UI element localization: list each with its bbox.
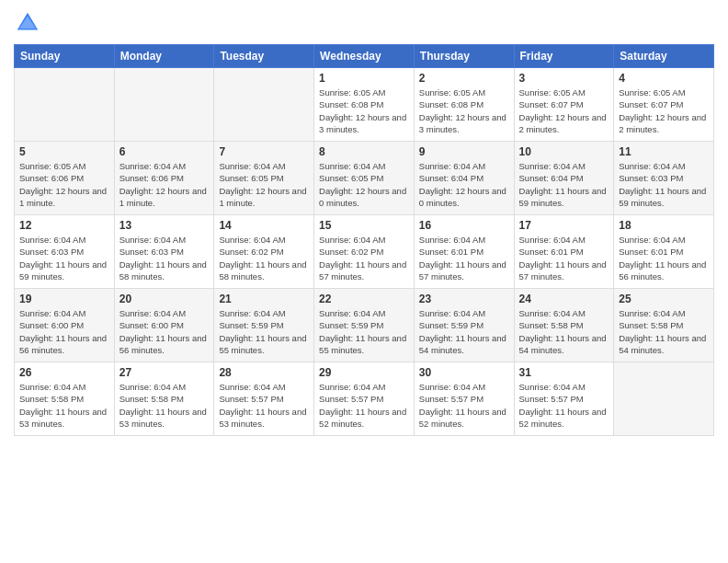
calendar-cell: 26Sunrise: 6:04 AM Sunset: 5:58 PM Dayli… bbox=[15, 362, 115, 436]
calendar-cell: 15Sunrise: 6:04 AM Sunset: 6:02 PM Dayli… bbox=[314, 215, 415, 289]
calendar-cell: 18Sunrise: 6:04 AM Sunset: 6:01 PM Dayli… bbox=[614, 215, 714, 289]
calendar-cell: 2Sunrise: 6:05 AM Sunset: 6:08 PM Daylig… bbox=[414, 68, 514, 142]
calendar-cell: 3Sunrise: 6:05 AM Sunset: 6:07 PM Daylig… bbox=[514, 68, 614, 142]
calendar-week-1: 1Sunrise: 6:05 AM Sunset: 6:08 PM Daylig… bbox=[15, 68, 714, 142]
day-info: Sunrise: 6:04 AM Sunset: 6:04 PM Dayligh… bbox=[519, 160, 609, 209]
weekday-header-monday: Monday bbox=[114, 45, 214, 68]
day-number: 8 bbox=[319, 145, 409, 158]
day-number: 1 bbox=[319, 72, 409, 85]
weekday-header-row: SundayMondayTuesdayWednesdayThursdayFrid… bbox=[15, 45, 714, 68]
logo-icon bbox=[14, 9, 41, 37]
calendar-cell: 29Sunrise: 6:04 AM Sunset: 5:57 PM Dayli… bbox=[314, 362, 415, 436]
day-info: Sunrise: 6:04 AM Sunset: 5:57 PM Dayligh… bbox=[219, 381, 309, 430]
calendar-cell: 23Sunrise: 6:04 AM Sunset: 5:59 PM Dayli… bbox=[414, 289, 514, 362]
calendar-cell bbox=[214, 68, 314, 142]
calendar-table: SundayMondayTuesdayWednesdayThursdayFrid… bbox=[14, 44, 714, 436]
day-info: Sunrise: 6:04 AM Sunset: 6:05 PM Dayligh… bbox=[219, 160, 309, 209]
day-info: Sunrise: 6:04 AM Sunset: 6:00 PM Dayligh… bbox=[19, 307, 109, 356]
day-number: 16 bbox=[419, 219, 509, 232]
calendar-body: 1Sunrise: 6:05 AM Sunset: 6:08 PM Daylig… bbox=[15, 68, 714, 436]
calendar-week-2: 5Sunrise: 6:05 AM Sunset: 6:06 PM Daylig… bbox=[15, 142, 714, 215]
weekday-header-thursday: Thursday bbox=[414, 45, 514, 68]
day-info: Sunrise: 6:04 AM Sunset: 6:01 PM Dayligh… bbox=[419, 234, 509, 282]
calendar-cell bbox=[614, 362, 714, 436]
calendar-cell: 10Sunrise: 6:04 AM Sunset: 6:04 PM Dayli… bbox=[514, 142, 614, 215]
weekday-header-wednesday: Wednesday bbox=[314, 45, 415, 68]
day-number: 9 bbox=[419, 145, 509, 158]
day-number: 17 bbox=[519, 219, 609, 232]
day-number: 11 bbox=[619, 145, 709, 158]
day-number: 19 bbox=[19, 293, 109, 305]
day-info: Sunrise: 6:04 AM Sunset: 5:57 PM Dayligh… bbox=[319, 381, 409, 430]
calendar-cell: 8Sunrise: 6:04 AM Sunset: 6:05 PM Daylig… bbox=[314, 142, 415, 215]
day-number: 7 bbox=[219, 145, 309, 158]
calendar-cell: 9Sunrise: 6:04 AM Sunset: 6:04 PM Daylig… bbox=[414, 142, 514, 215]
calendar-cell: 13Sunrise: 6:04 AM Sunset: 6:03 PM Dayli… bbox=[114, 215, 214, 289]
calendar-week-5: 26Sunrise: 6:04 AM Sunset: 5:58 PM Dayli… bbox=[15, 362, 714, 436]
weekday-header-sunday: Sunday bbox=[15, 45, 115, 68]
day-number: 12 bbox=[19, 219, 109, 232]
calendar-cell: 12Sunrise: 6:04 AM Sunset: 6:03 PM Dayli… bbox=[15, 215, 115, 289]
day-number: 29 bbox=[319, 366, 409, 379]
day-info: Sunrise: 6:04 AM Sunset: 6:06 PM Dayligh… bbox=[119, 160, 210, 209]
day-number: 5 bbox=[19, 145, 109, 158]
day-info: Sunrise: 6:04 AM Sunset: 6:05 PM Dayligh… bbox=[319, 160, 409, 209]
day-number: 28 bbox=[219, 366, 309, 379]
day-number: 21 bbox=[219, 293, 309, 305]
calendar-week-3: 12Sunrise: 6:04 AM Sunset: 6:03 PM Dayli… bbox=[15, 215, 714, 289]
day-number: 25 bbox=[619, 293, 709, 305]
day-number: 27 bbox=[119, 366, 210, 379]
day-number: 10 bbox=[519, 145, 609, 158]
day-number: 4 bbox=[619, 72, 709, 85]
calendar-cell: 30Sunrise: 6:04 AM Sunset: 5:57 PM Dayli… bbox=[414, 362, 514, 436]
day-number: 23 bbox=[419, 293, 509, 305]
calendar-cell: 17Sunrise: 6:04 AM Sunset: 6:01 PM Dayli… bbox=[514, 215, 614, 289]
day-info: Sunrise: 6:05 AM Sunset: 6:07 PM Dayligh… bbox=[519, 86, 609, 135]
day-info: Sunrise: 6:04 AM Sunset: 6:01 PM Dayligh… bbox=[519, 234, 609, 282]
calendar-cell: 24Sunrise: 6:04 AM Sunset: 5:58 PM Dayli… bbox=[514, 289, 614, 362]
day-info: Sunrise: 6:04 AM Sunset: 6:01 PM Dayligh… bbox=[619, 234, 709, 282]
day-number: 14 bbox=[219, 219, 309, 232]
calendar-cell: 5Sunrise: 6:05 AM Sunset: 6:06 PM Daylig… bbox=[15, 142, 115, 215]
calendar-header: SundayMondayTuesdayWednesdayThursdayFrid… bbox=[15, 45, 714, 68]
day-info: Sunrise: 6:04 AM Sunset: 5:57 PM Dayligh… bbox=[419, 381, 509, 430]
day-info: Sunrise: 6:04 AM Sunset: 6:03 PM Dayligh… bbox=[619, 160, 709, 209]
day-info: Sunrise: 6:04 AM Sunset: 5:59 PM Dayligh… bbox=[219, 307, 309, 356]
calendar-cell: 1Sunrise: 6:05 AM Sunset: 6:08 PM Daylig… bbox=[314, 68, 415, 142]
day-info: Sunrise: 6:04 AM Sunset: 6:04 PM Dayligh… bbox=[419, 160, 509, 209]
day-info: Sunrise: 6:04 AM Sunset: 5:58 PM Dayligh… bbox=[519, 307, 609, 356]
day-number: 31 bbox=[519, 366, 609, 379]
calendar-cell bbox=[15, 68, 115, 142]
calendar-cell: 31Sunrise: 6:04 AM Sunset: 5:57 PM Dayli… bbox=[514, 362, 614, 436]
logo bbox=[14, 9, 45, 37]
calendar-cell: 14Sunrise: 6:04 AM Sunset: 6:02 PM Dayli… bbox=[214, 215, 314, 289]
weekday-header-tuesday: Tuesday bbox=[214, 45, 314, 68]
day-info: Sunrise: 6:04 AM Sunset: 5:58 PM Dayligh… bbox=[119, 381, 210, 430]
day-info: Sunrise: 6:05 AM Sunset: 6:06 PM Dayligh… bbox=[19, 160, 109, 209]
day-info: Sunrise: 6:04 AM Sunset: 6:00 PM Dayligh… bbox=[119, 307, 210, 356]
day-info: Sunrise: 6:04 AM Sunset: 5:59 PM Dayligh… bbox=[319, 307, 409, 356]
calendar-cell: 27Sunrise: 6:04 AM Sunset: 5:58 PM Dayli… bbox=[114, 362, 214, 436]
calendar-cell: 22Sunrise: 6:04 AM Sunset: 5:59 PM Dayli… bbox=[314, 289, 415, 362]
calendar-cell: 21Sunrise: 6:04 AM Sunset: 5:59 PM Dayli… bbox=[214, 289, 314, 362]
header bbox=[14, 9, 714, 37]
weekday-header-friday: Friday bbox=[514, 45, 614, 68]
day-info: Sunrise: 6:04 AM Sunset: 6:02 PM Dayligh… bbox=[319, 234, 409, 282]
calendar-cell: 6Sunrise: 6:04 AM Sunset: 6:06 PM Daylig… bbox=[114, 142, 214, 215]
calendar-cell: 7Sunrise: 6:04 AM Sunset: 6:05 PM Daylig… bbox=[214, 142, 314, 215]
calendar-cell: 28Sunrise: 6:04 AM Sunset: 5:57 PM Dayli… bbox=[214, 362, 314, 436]
day-info: Sunrise: 6:04 AM Sunset: 6:02 PM Dayligh… bbox=[219, 234, 309, 282]
day-info: Sunrise: 6:04 AM Sunset: 5:57 PM Dayligh… bbox=[519, 381, 609, 430]
day-info: Sunrise: 6:04 AM Sunset: 6:03 PM Dayligh… bbox=[19, 234, 109, 282]
page: SundayMondayTuesdayWednesdayThursdayFrid… bbox=[0, 0, 728, 563]
calendar-cell bbox=[114, 68, 214, 142]
day-info: Sunrise: 6:04 AM Sunset: 5:58 PM Dayligh… bbox=[19, 381, 109, 430]
day-info: Sunrise: 6:04 AM Sunset: 6:03 PM Dayligh… bbox=[119, 234, 210, 282]
day-info: Sunrise: 6:04 AM Sunset: 5:58 PM Dayligh… bbox=[619, 307, 709, 356]
day-info: Sunrise: 6:04 AM Sunset: 5:59 PM Dayligh… bbox=[419, 307, 509, 356]
day-number: 22 bbox=[319, 293, 409, 305]
day-info: Sunrise: 6:05 AM Sunset: 6:08 PM Dayligh… bbox=[319, 86, 409, 135]
calendar-cell: 19Sunrise: 6:04 AM Sunset: 6:00 PM Dayli… bbox=[15, 289, 115, 362]
day-number: 2 bbox=[419, 72, 509, 85]
day-number: 26 bbox=[19, 366, 109, 379]
